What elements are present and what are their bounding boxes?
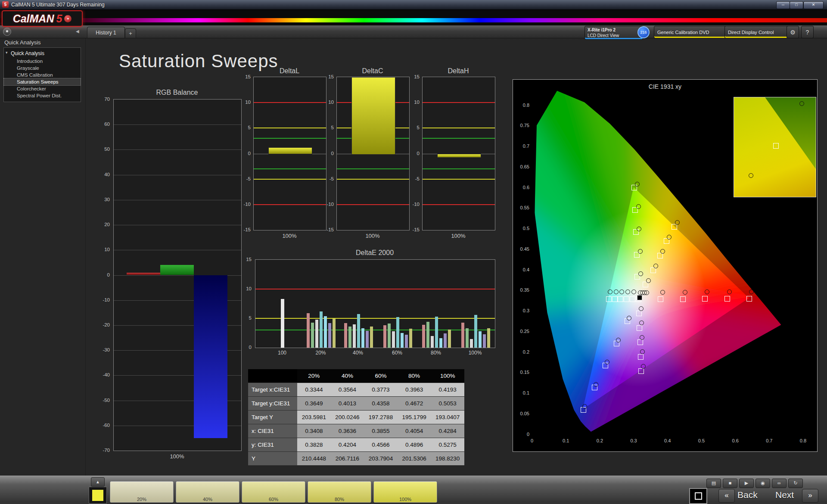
sidebar-collapse-icon[interactable]: ◀ — [76, 29, 79, 34]
target-point — [680, 296, 686, 302]
meter-line1: X-Rite i1Pro 2 — [588, 28, 616, 32]
row-label: Y — [248, 452, 297, 466]
pattern-window-button[interactable]: ▤ — [706, 479, 721, 488]
sidebar-item-introduction[interactable]: Introduction — [4, 58, 81, 65]
deltae-bar — [383, 325, 386, 348]
settings-gear-icon[interactable]: ⚙ — [787, 26, 799, 38]
row-label: Target Y — [248, 411, 297, 424]
deltae-bar — [426, 322, 429, 348]
filmstrip-thumb-80%[interactable]: 80% — [308, 481, 371, 503]
deltae-bar — [388, 324, 391, 348]
sidebar-item-spectral-power-dist-[interactable]: Spectral Power Dist. — [4, 92, 81, 99]
next-button[interactable]: Next — [775, 490, 794, 500]
row-label: Target x:CIE31 — [248, 383, 297, 397]
sidebar-item-cms-calibration[interactable]: CMS Calibration — [4, 72, 81, 78]
y-tick-label: -40 — [103, 372, 110, 377]
inset-gamut-edge — [765, 97, 816, 169]
filmstrip-thumb-40%[interactable]: 40% — [176, 481, 239, 503]
tree-root[interactable]: ▾ Quick Analysis — [4, 50, 81, 58]
measured-point — [638, 249, 643, 254]
table-cell: 193.0407 — [431, 411, 464, 424]
refresh-button[interactable]: ↻ — [788, 479, 803, 488]
target-point — [637, 339, 643, 345]
y-tick-label: -10 — [412, 202, 420, 207]
toolbar: ◀ History 1 + X-Rite i1Pro 2 LCD Direct … — [0, 25, 827, 38]
table-cell: 197.2788 — [364, 411, 398, 424]
deltae-bar — [439, 338, 442, 348]
close-button[interactable]: ✕ — [803, 1, 824, 9]
measured-point — [582, 404, 587, 409]
y-tick-label: 5 — [249, 315, 252, 320]
gridline — [114, 175, 241, 175]
deltae2000-x-axis: 10020%40%60%80%100% — [255, 350, 494, 357]
measured-point — [640, 349, 645, 354]
display-control-dropdown[interactable]: Direct Display Control ▼ — [724, 26, 794, 38]
deltah-x-label: 100% — [422, 233, 494, 239]
target-point — [637, 325, 642, 331]
delta-bar — [268, 147, 312, 154]
y-tick-label: -30 — [103, 347, 110, 352]
target-point — [638, 368, 644, 374]
loop-button[interactable]: ∞ — [772, 479, 787, 488]
table-row: Target x:CIE310.33440.35640.37730.39630.… — [248, 383, 464, 397]
back-button[interactable]: Back — [737, 490, 758, 500]
y-tick-label: -10 — [326, 202, 334, 207]
filmstrip-thumb-60%[interactable]: 60% — [242, 481, 305, 503]
next-chevron-button[interactable]: » — [802, 489, 818, 503]
y-tick-label: 0 — [331, 151, 334, 156]
stop-button[interactable]: ■ — [723, 479, 737, 488]
y-tick-label: 70 — [104, 96, 110, 102]
measured-point — [627, 316, 631, 320]
x-tick-label: 20% — [315, 350, 326, 356]
measured-point — [646, 278, 651, 283]
pattern-window-toggle[interactable] — [689, 488, 707, 504]
reference-line — [254, 204, 326, 205]
rgb-balance-y-axis: 706050403020100-10-20-30-40-50-60-70 — [88, 99, 111, 450]
table-cell: 203.5981 — [297, 411, 331, 424]
sidebar-item-saturation-sweeps[interactable]: Saturation Sweeps — [4, 78, 81, 85]
measured-point — [608, 289, 612, 294]
y-tick-label: 10 — [414, 100, 420, 105]
meter-dropdown[interactable]: X-Rite i1Pro 2 LCD Direct View ▼ — [584, 26, 643, 40]
play-button[interactable]: ▶ — [739, 479, 754, 488]
source-dropdown[interactable]: Generic Calibration DVD ▼ — [654, 26, 732, 38]
cie-inset-zoom — [734, 97, 816, 197]
target-point — [702, 296, 708, 302]
white-point-marker — [637, 295, 642, 300]
current-patch-swatch — [92, 490, 103, 501]
target-point — [658, 296, 663, 302]
measured-point — [631, 289, 636, 294]
help-icon[interactable]: ? — [801, 26, 814, 38]
reference-line — [423, 128, 495, 128]
add-tab-button[interactable]: + — [125, 28, 136, 38]
nav-dot-button[interactable] — [3, 28, 11, 36]
rgb-balance-chart — [113, 99, 242, 451]
filmstrip-thumb-20%[interactable]: 20% — [110, 481, 174, 503]
logo-menu-button[interactable]: ▼ — [64, 15, 72, 22]
sidebar-item-grayscale[interactable]: Grayscale — [4, 65, 81, 72]
filmstrip-thumb-100%[interactable]: 100% — [373, 481, 437, 503]
back-chevron-button[interactable]: « — [718, 489, 735, 503]
deltae-bar — [344, 323, 347, 348]
reference-line — [423, 102, 495, 103]
y-tick-label: 15 — [246, 257, 252, 262]
bar-green — [160, 265, 194, 275]
measured-point — [636, 204, 641, 209]
deltae-bar — [474, 315, 477, 348]
maximize-button[interactable]: □ — [790, 1, 803, 9]
target-point — [618, 296, 623, 302]
deltae-bar — [311, 323, 314, 348]
record-button[interactable]: ◉ — [755, 479, 770, 488]
deltac-title: DeltaC — [336, 67, 409, 75]
measured-point — [637, 227, 641, 231]
sidebar-item-colorchecker[interactable]: Colorchecker — [4, 85, 81, 92]
y-tick-label: 15 — [328, 74, 334, 79]
reference-line — [254, 168, 326, 169]
y-tick-label: -50 — [103, 398, 110, 403]
table-cell: 0.3828 — [297, 438, 331, 452]
deltae-bar — [409, 329, 412, 348]
tab-history-1[interactable]: History 1 — [87, 27, 125, 38]
table-cell: 0.3344 — [297, 383, 331, 397]
pattern-popout-button[interactable]: ▲ — [91, 477, 105, 487]
minimize-button[interactable]: ─ — [776, 1, 790, 9]
